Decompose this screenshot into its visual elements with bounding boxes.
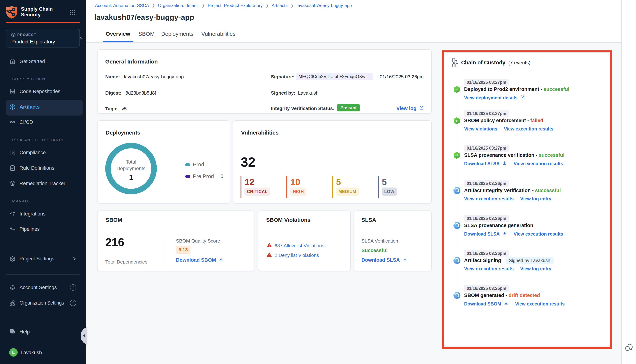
svg-text:?: ? xyxy=(11,330,12,332)
